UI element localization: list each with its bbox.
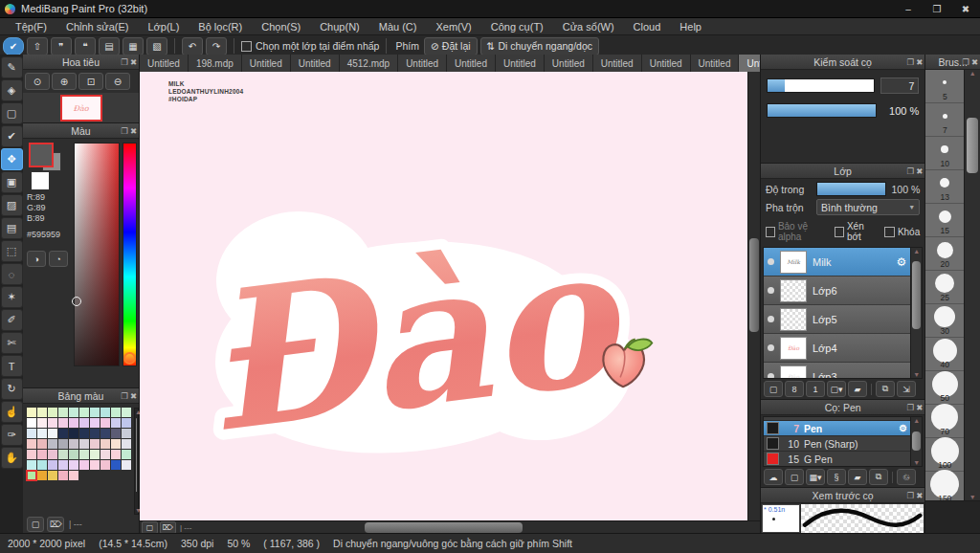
edit-panel-icon[interactable]: ▧: [146, 37, 167, 55]
brush-size-cell[interactable]: 10: [925, 137, 964, 170]
blend-mode-dropdown[interactable]: Bình thường ▼: [816, 199, 920, 215]
layer-row[interactable]: Lớp5: [764, 305, 910, 334]
palette-swatch[interactable]: [37, 408, 47, 417]
palette-swatch[interactable]: [37, 439, 47, 449]
brush-script-button[interactable]: §: [827, 469, 846, 485]
brush-size-cell[interactable]: 15: [925, 204, 964, 237]
brush-size-cell[interactable]: 30: [925, 304, 964, 338]
tab-document-11[interactable]: Untitled: [691, 55, 740, 72]
palette-swatch[interactable]: [58, 418, 68, 428]
popout-icon[interactable]: ❐: [907, 403, 915, 412]
menu-item-3[interactable]: Bộ lọc(R): [189, 21, 252, 33]
color-compare-button[interactable]: ◔: [49, 251, 68, 267]
add-8bit-layer-button[interactable]: 8: [785, 381, 804, 397]
palette-swatch[interactable]: [100, 450, 110, 459]
palette-swatch[interactable]: [122, 460, 131, 470]
brush-size-cell[interactable]: 70: [925, 405, 964, 438]
checkbox-icon[interactable]: [884, 227, 895, 237]
close-icon[interactable]: ✖: [130, 391, 137, 401]
menu-item-4[interactable]: Chọn(S): [252, 21, 310, 33]
popout-icon[interactable]: ❐: [121, 391, 128, 401]
layer-folder-button[interactable]: ▰: [848, 381, 867, 397]
palette-swatch[interactable]: [27, 471, 36, 480]
scrollbar-thumb[interactable]: [967, 118, 978, 174]
palette-swatch[interactable]: [100, 429, 110, 438]
tab-document-2[interactable]: Untitled: [242, 55, 291, 72]
sv-cursor[interactable]: [72, 297, 81, 306]
scroll-up-icon[interactable]: ▲: [911, 248, 922, 254]
checkbox-icon[interactable]: [241, 41, 252, 52]
navigator-preview[interactable]: Đào: [23, 93, 139, 122]
menu-item-8[interactable]: Công cụ(T): [481, 21, 553, 33]
snap-tool[interactable]: ✔: [1, 125, 23, 147]
tab-document-9[interactable]: Untitled: [593, 55, 642, 72]
scrollbar-thumb[interactable]: [136, 418, 137, 492]
layer-visibility-icon[interactable]: [768, 258, 774, 265]
palette-swatch[interactable]: [100, 460, 110, 470]
palette-swatch[interactable]: [90, 418, 100, 428]
palette-scrollbar[interactable]: ▲ ▼: [134, 408, 139, 515]
scroll-down-icon[interactable]: ▼: [135, 507, 138, 514]
layer-visibility-icon[interactable]: [768, 316, 774, 322]
palette-swatch[interactable]: [27, 408, 36, 417]
comment-icon[interactable]: ❞: [51, 37, 72, 55]
zoom-fit-button[interactable]: ⊡: [78, 73, 103, 90]
menu-item-2[interactable]: Lớp(L): [138, 21, 189, 33]
minimize-button[interactable]: –: [894, 0, 923, 17]
palette-swatch[interactable]: [37, 418, 47, 428]
palette-swatch[interactable]: [48, 418, 57, 428]
add-layer-button[interactable]: ▢: [764, 381, 783, 397]
canvas[interactable]: Đào MILKLEDOANTHUYLINH2004#HOIDAP: [140, 72, 747, 520]
brush-row[interactable]: 7Pen⚙: [764, 421, 910, 436]
brush-size-cell[interactable]: 25: [925, 271, 964, 304]
palette-swatch[interactable]: [48, 429, 57, 438]
maximize-button[interactable]: ❐: [923, 0, 951, 17]
palette-swatch[interactable]: [100, 439, 110, 449]
redo-button[interactable]: ↷: [206, 37, 227, 55]
layer-row[interactable]: Lớp6: [764, 276, 910, 305]
close-icon[interactable]: ✖: [916, 57, 923, 67]
scrollbar-thumb[interactable]: [912, 431, 921, 451]
palette-swatch[interactable]: [48, 471, 57, 480]
palette-swatch[interactable]: [27, 439, 36, 449]
saturation-value-box[interactable]: [74, 143, 120, 366]
tab-document-8[interactable]: Untitled: [545, 55, 593, 72]
palette-swatch[interactable]: [69, 418, 78, 428]
palette-swatch[interactable]: [69, 408, 78, 417]
add-1bit-layer-button[interactable]: 1: [806, 381, 825, 397]
lasso-tool[interactable]: ◌: [1, 263, 23, 285]
download-brush-button[interactable]: ☁: [764, 469, 783, 485]
brush-tool[interactable]: ✎: [1, 56, 23, 78]
bucket-tool[interactable]: ▨: [1, 194, 23, 216]
gradient-tool[interactable]: ▤: [1, 217, 23, 239]
menu-item-11[interactable]: Help: [670, 21, 711, 33]
magic-wand-tool[interactable]: ✶: [1, 286, 23, 308]
close-icon[interactable]: ✖: [916, 491, 923, 500]
scrollbar-thumb[interactable]: [912, 261, 921, 329]
palette-swatch[interactable]: [58, 439, 68, 449]
menu-item-6[interactable]: Màu (C): [369, 21, 427, 33]
palette-swatch[interactable]: [58, 471, 68, 480]
palette-swatch[interactable]: [122, 450, 131, 459]
scroll-up-icon[interactable]: ▲: [965, 70, 980, 77]
hue-cursor[interactable]: [123, 352, 136, 365]
add-brush-button[interactable]: ▢: [785, 469, 804, 485]
palette-swatch[interactable]: [37, 429, 47, 438]
palette-swatch[interactable]: [27, 460, 36, 470]
tab-document-4[interactable]: 4512.mdp: [340, 55, 398, 72]
layer-row[interactable]: MilkMilk⚙: [764, 248, 910, 276]
menu-item-5[interactable]: Chụp(N): [310, 21, 369, 33]
tab-document-12[interactable]: Untitled: [739, 55, 760, 72]
tab-document-3[interactable]: Untitled: [291, 55, 340, 72]
close-icon[interactable]: ✖: [916, 403, 923, 412]
add-brush-menu-button[interactable]: ▦▾: [806, 469, 825, 485]
layer-visibility-icon[interactable]: [768, 344, 774, 351]
tab-document-1[interactable]: 198.mdp: [189, 55, 242, 72]
layer-option[interactable]: Bảo vệ alpha: [766, 221, 827, 242]
menu-item-0[interactable]: Tệp(F): [6, 21, 56, 33]
select-tool[interactable]: ▣: [1, 171, 23, 193]
palette-swatch[interactable]: [100, 408, 110, 417]
palette-swatch[interactable]: [79, 460, 89, 470]
palette-swatch[interactable]: [79, 429, 89, 438]
eraser-tool[interactable]: ◈: [1, 79, 23, 101]
